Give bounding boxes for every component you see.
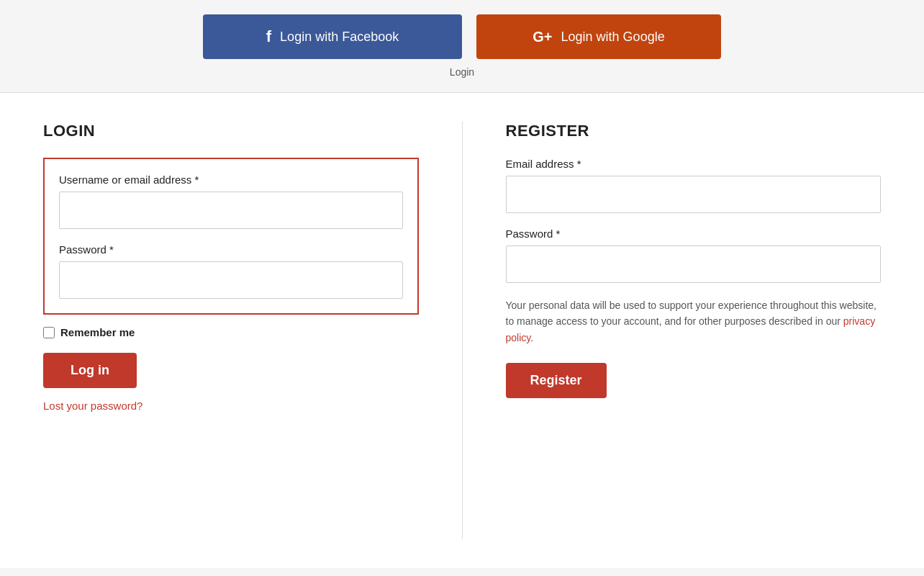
- facebook-button-label: Login with Facebook: [280, 30, 399, 45]
- register-email-group: Email address *: [506, 158, 882, 213]
- privacy-notice: Your personal data will be used to suppo…: [506, 297, 882, 346]
- login-section: LOGIN Username or email address * Passwo…: [43, 122, 463, 539]
- register-section: REGISTER Email address * Password * Your…: [463, 122, 882, 539]
- login-fields-box: Username or email address * Password *: [43, 158, 419, 315]
- register-title: REGISTER: [506, 122, 882, 140]
- remember-label: Remember me: [60, 326, 135, 338]
- login-password-input[interactable]: [59, 261, 403, 299]
- register-button[interactable]: Register: [506, 363, 607, 398]
- remember-me-group: Remember me: [43, 326, 419, 338]
- facebook-icon: f: [266, 27, 271, 46]
- main-content: LOGIN Username or email address * Passwo…: [0, 93, 924, 568]
- register-password-input[interactable]: [506, 246, 882, 283]
- username-field-group: Username or email address *: [59, 174, 403, 229]
- login-button[interactable]: Log in: [43, 353, 137, 388]
- password-field-group: Password *: [59, 243, 403, 299]
- register-email-label: Email address *: [506, 158, 882, 170]
- login-facebook-button[interactable]: f Login with Facebook: [203, 14, 462, 59]
- social-buttons: f Login with Facebook G+ Login with Goog…: [203, 14, 721, 59]
- login-password-label: Password *: [59, 243, 403, 256]
- username-input[interactable]: [59, 192, 403, 229]
- register-password-label: Password *: [506, 228, 882, 240]
- register-email-input[interactable]: [506, 176, 882, 213]
- privacy-text-after: .: [530, 332, 533, 343]
- login-google-button[interactable]: G+ Login with Google: [476, 14, 721, 59]
- login-title: LOGIN: [43, 122, 419, 140]
- google-button-label: Login with Google: [561, 30, 665, 45]
- privacy-text-before: Your personal data will be used to suppo…: [506, 300, 877, 327]
- remember-checkbox[interactable]: [43, 327, 55, 338]
- google-icon: G+: [533, 29, 552, 45]
- register-password-group: Password *: [506, 228, 882, 283]
- top-bar: f Login with Facebook G+ Login with Goog…: [0, 0, 924, 93]
- breadcrumb: Login: [450, 66, 474, 78]
- username-label: Username or email address *: [59, 174, 403, 186]
- lost-password-link[interactable]: Lost your password?: [43, 400, 142, 412]
